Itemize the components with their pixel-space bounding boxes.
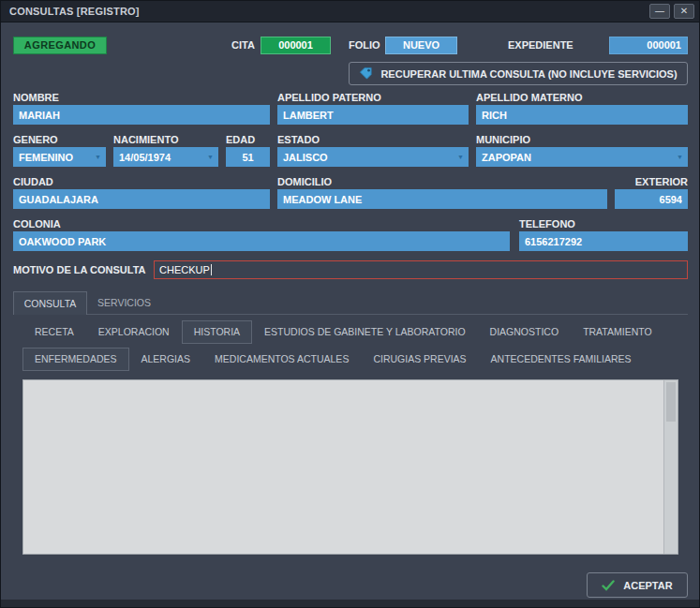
- genero-value: FEMENINO: [13, 152, 90, 163]
- apellido-materno-label: APELLIDO MATERNO: [476, 92, 582, 103]
- colonia-input[interactable]: [13, 231, 510, 251]
- folio-value: NUEVO: [385, 37, 457, 54]
- genero-label: GENERO: [13, 134, 58, 145]
- tabs-divider: [13, 314, 688, 315]
- motivo-label: MOTIVO DE LA CONSULTA: [13, 264, 146, 275]
- mode-status-badge: AGREGANDO: [13, 37, 107, 54]
- edad-input[interactable]: [226, 147, 270, 167]
- tab-estudios-gabinete-laboratorio[interactable]: ESTUDIOS DE GABINETE Y LABORATORIO: [252, 320, 478, 344]
- apellido-paterno-input[interactable]: [277, 105, 469, 125]
- tab-diagnostico[interactable]: DIAGNOSTICO: [478, 320, 572, 344]
- edad-label: EDAD: [226, 134, 255, 145]
- nacimiento-datepicker[interactable]: 14/05/1974 ▼: [113, 147, 218, 167]
- vertical-scrollbar[interactable]: [663, 380, 678, 554]
- window-bottom-edge: [1, 600, 699, 607]
- folio-label: FOLIO: [349, 39, 380, 51]
- colonia-label: COLONIA: [13, 218, 61, 230]
- recover-last-consult-button[interactable]: RECUPERAR ULTIMA CONSULTA (NO INCLUYE SE…: [349, 62, 688, 85]
- tab-antecedentes-familiares[interactable]: ANTECEDENTES FAMILIARES: [479, 348, 644, 371]
- nombre-input[interactable]: [13, 105, 270, 125]
- nacimiento-label: NACIMIENTO: [113, 134, 178, 145]
- section-tabs: RECETA EXPLORACION HISTORIA ESTUDIOS DE …: [22, 320, 664, 344]
- genero-dropdown[interactable]: FEMENINO ▼: [13, 147, 106, 167]
- motivo-input[interactable]: CHECKUP: [154, 260, 688, 279]
- accept-button-label: ACEPTAR: [623, 580, 672, 591]
- apellido-materno-input[interactable]: [476, 105, 688, 125]
- domicilio-label: DOMICILIO: [277, 176, 332, 187]
- municipio-dropdown[interactable]: ZAPOPAN ▼: [476, 147, 688, 167]
- nombre-label: NOMBRE: [13, 92, 59, 103]
- minimize-button[interactable]: —: [649, 4, 670, 19]
- municipio-value: ZAPOPAN: [476, 152, 672, 163]
- text-caret: [211, 264, 212, 275]
- tab-enfermedades[interactable]: ENFERMEDADES: [22, 348, 129, 371]
- enfermedades-textarea[interactable]: [22, 379, 678, 555]
- tab-alergias[interactable]: ALERGIAS: [129, 348, 203, 371]
- tab-medicamentos-actuales[interactable]: MEDICAMENTOS ACTUALES: [202, 348, 361, 371]
- tab-receta[interactable]: RECETA: [22, 320, 86, 344]
- tab-historia[interactable]: HISTORIA: [182, 320, 252, 344]
- ciudad-input[interactable]: [13, 189, 270, 209]
- expediente-value: 000001: [609, 37, 688, 54]
- chevron-down-icon: ▼: [202, 154, 218, 160]
- close-button[interactable]: ✕: [674, 4, 694, 19]
- estado-value: JALISCO: [277, 152, 453, 163]
- cita-label: CITA: [231, 39, 255, 51]
- titlebar: CONSULTAS [REGISTRO] — ✕: [1, 1, 699, 22]
- scrollbar-thumb[interactable]: [666, 382, 676, 422]
- chevron-down-icon: ▼: [672, 154, 688, 160]
- domicilio-input[interactable]: [277, 189, 607, 209]
- tab-consulta[interactable]: CONSULTA: [13, 291, 87, 315]
- consultas-registro-window: CONSULTAS [REGISTRO] — ✕ AGREGANDO CITA …: [0, 0, 700, 608]
- window-title: CONSULTAS [REGISTRO]: [9, 6, 646, 17]
- estado-dropdown[interactable]: JALISCO ▼: [277, 147, 469, 167]
- estado-label: ESTADO: [277, 134, 320, 145]
- expediente-label: EXPEDIENTE: [508, 39, 573, 51]
- nacimiento-value: 14/05/1974: [113, 152, 202, 163]
- telefono-input[interactable]: [519, 231, 688, 251]
- tag-icon: [359, 67, 373, 81]
- exterior-input[interactable]: [615, 189, 688, 209]
- chevron-down-icon: ▼: [453, 154, 469, 160]
- motivo-value: CHECKUP: [159, 264, 210, 275]
- accept-button[interactable]: ACEPTAR: [587, 572, 688, 598]
- chevron-down-icon: ▼: [90, 154, 106, 160]
- check-icon: [602, 580, 615, 591]
- tab-tratamiento[interactable]: TRATAMIENTO: [571, 320, 664, 344]
- tab-cirugias-previas[interactable]: CIRUGIAS PREVIAS: [361, 348, 478, 371]
- ciudad-label: CIUDAD: [13, 176, 53, 187]
- tab-servicios[interactable]: SERVICIOS: [87, 291, 161, 315]
- history-tabs: ENFERMEDADES ALERGIAS MEDICAMENTOS ACTUA…: [22, 348, 644, 371]
- tab-exploracion[interactable]: EXPLORACION: [86, 320, 182, 344]
- apellido-paterno-label: APELLIDO PATERNO: [277, 92, 381, 103]
- telefono-label: TELEFONO: [519, 218, 575, 230]
- cita-value: 000001: [261, 37, 331, 54]
- municipio-label: MUNICIPIO: [476, 134, 530, 145]
- exterior-label: EXTERIOR: [594, 176, 688, 187]
- recover-button-label: RECUPERAR ULTIMA CONSULTA (NO INCLUYE SE…: [380, 68, 677, 80]
